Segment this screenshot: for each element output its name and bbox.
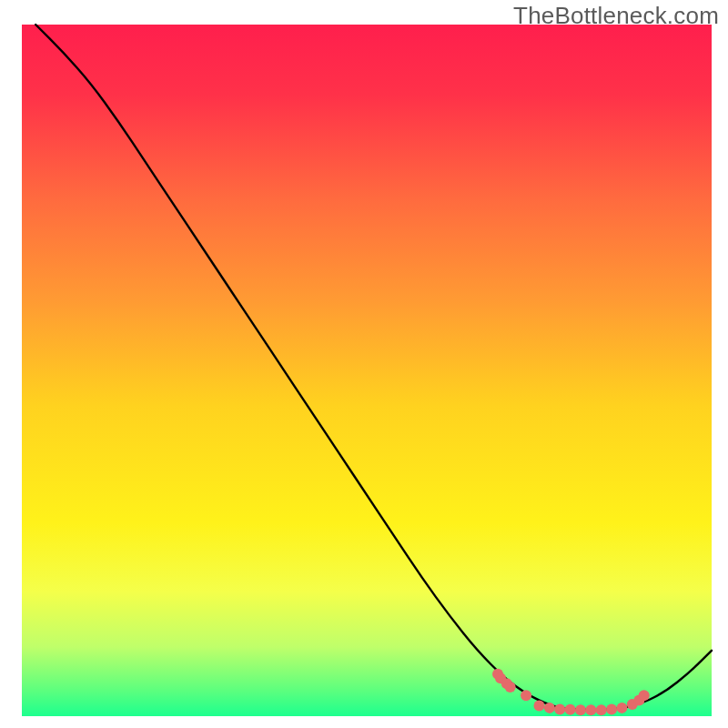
highlight-dot [639, 690, 650, 701]
highlight-dot [505, 682, 516, 693]
watermark-text: TheBottleneck.com [513, 2, 719, 30]
chart-stage: TheBottleneck.com [0, 0, 728, 728]
highlight-dot [565, 704, 576, 715]
highlight-dot [534, 701, 545, 712]
highlight-dot [616, 703, 627, 713]
highlight-dot [544, 703, 555, 713]
bottleneck-chart [0, 0, 728, 728]
highlight-dot [575, 704, 586, 715]
highlight-dot [606, 703, 617, 714]
highlight-dot [585, 704, 596, 715]
highlight-dot [521, 690, 531, 701]
highlight-dot [596, 704, 607, 715]
plot-background [22, 25, 712, 716]
highlight-dot [554, 703, 565, 714]
